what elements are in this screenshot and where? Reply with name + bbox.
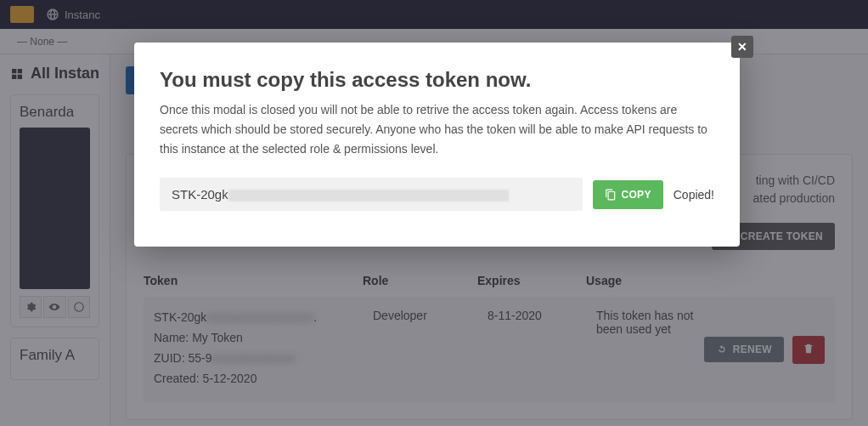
access-token-modal: You must copy this access token now. Onc… [134,43,740,247]
modal-body: Once this modal is closed you will not b… [160,100,714,159]
copy-icon [605,189,617,201]
token-redacted [228,190,509,202]
modal-title: You must copy this access token now. [160,68,714,92]
modal-close-button[interactable] [731,36,753,58]
token-value[interactable]: STK-20gk [160,178,583,211]
copied-status: Copied! [674,188,714,202]
copy-button[interactable]: COPY [593,180,663,209]
